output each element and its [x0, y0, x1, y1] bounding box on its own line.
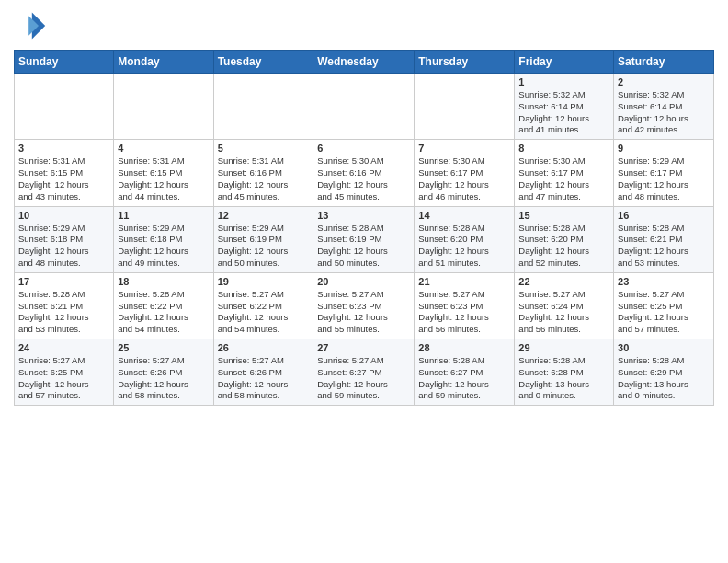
day-info: Sunrise: 5:28 AM Sunset: 6:22 PM Dayligh… [118, 289, 209, 336]
weekday-saturday: Saturday [614, 51, 714, 74]
day-number: 20 [317, 276, 410, 287]
day-number: 26 [218, 342, 310, 353]
day-info: Sunrise: 5:30 AM Sunset: 6:17 PM Dayligh… [518, 155, 609, 202]
day-cell: 20Sunrise: 5:27 AM Sunset: 6:23 PM Dayli… [313, 272, 415, 339]
day-info: Sunrise: 5:27 AM Sunset: 6:24 PM Dayligh… [518, 289, 609, 336]
day-number: 30 [618, 342, 710, 353]
day-info: Sunrise: 5:27 AM Sunset: 6:22 PM Dayligh… [218, 289, 310, 336]
day-cell: 30Sunrise: 5:28 AM Sunset: 6:29 PM Dayli… [614, 339, 714, 406]
logo-icon [14, 9, 47, 42]
day-cell: 12Sunrise: 5:29 AM Sunset: 6:19 PM Dayli… [213, 206, 313, 272]
day-cell: 13Sunrise: 5:28 AM Sunset: 6:19 PM Dayli… [313, 206, 415, 272]
day-cell: 18Sunrise: 5:28 AM Sunset: 6:22 PM Dayli… [114, 272, 213, 339]
page: SundayMondayTuesdayWednesdayThursdayFrid… [0, 0, 728, 563]
day-number: 29 [518, 342, 609, 353]
logo [14, 9, 51, 42]
day-cell: 6Sunrise: 5:30 AM Sunset: 6:16 PM Daylig… [313, 140, 415, 206]
day-number: 13 [317, 210, 410, 221]
day-number: 17 [18, 276, 109, 287]
day-number: 25 [118, 342, 209, 353]
day-info: Sunrise: 5:29 AM Sunset: 6:19 PM Dayligh… [218, 223, 310, 270]
weekday-friday: Friday [515, 51, 614, 74]
day-info: Sunrise: 5:27 AM Sunset: 6:27 PM Dayligh… [317, 355, 410, 402]
day-info: Sunrise: 5:31 AM Sunset: 6:15 PM Dayligh… [118, 155, 209, 202]
day-number: 12 [218, 210, 310, 221]
day-number: 11 [118, 210, 209, 221]
day-cell: 25Sunrise: 5:27 AM Sunset: 6:26 PM Dayli… [114, 339, 213, 406]
day-info: Sunrise: 5:31 AM Sunset: 6:15 PM Dayligh… [18, 155, 109, 202]
day-info: Sunrise: 5:32 AM Sunset: 6:14 PM Dayligh… [618, 89, 710, 136]
day-number: 5 [218, 143, 310, 154]
day-info: Sunrise: 5:28 AM Sunset: 6:20 PM Dayligh… [518, 223, 609, 270]
day-number: 14 [418, 210, 510, 221]
day-number: 4 [118, 143, 209, 154]
day-info: Sunrise: 5:27 AM Sunset: 6:23 PM Dayligh… [317, 289, 410, 336]
day-info: Sunrise: 5:27 AM Sunset: 6:23 PM Dayligh… [418, 289, 510, 336]
week-row-1: 1Sunrise: 5:32 AM Sunset: 6:14 PM Daylig… [15, 74, 714, 140]
day-cell: 7Sunrise: 5:30 AM Sunset: 6:17 PM Daylig… [415, 140, 515, 206]
day-cell [415, 74, 515, 140]
day-number: 23 [618, 276, 710, 287]
day-info: Sunrise: 5:30 AM Sunset: 6:16 PM Dayligh… [317, 155, 410, 202]
day-cell: 3Sunrise: 5:31 AM Sunset: 6:15 PM Daylig… [15, 140, 114, 206]
day-info: Sunrise: 5:29 AM Sunset: 6:18 PM Dayligh… [18, 223, 109, 270]
day-number: 18 [118, 276, 209, 287]
day-cell: 29Sunrise: 5:28 AM Sunset: 6:28 PM Dayli… [515, 339, 614, 406]
day-number: 1 [518, 76, 609, 87]
weekday-header-row: SundayMondayTuesdayWednesdayThursdayFrid… [15, 51, 714, 74]
weekday-thursday: Thursday [415, 51, 515, 74]
day-cell: 28Sunrise: 5:28 AM Sunset: 6:27 PM Dayli… [415, 339, 515, 406]
day-info: Sunrise: 5:30 AM Sunset: 6:17 PM Dayligh… [418, 155, 510, 202]
day-cell: 16Sunrise: 5:28 AM Sunset: 6:21 PM Dayli… [614, 206, 714, 272]
day-cell: 24Sunrise: 5:27 AM Sunset: 6:25 PM Dayli… [15, 339, 114, 406]
day-cell: 22Sunrise: 5:27 AM Sunset: 6:24 PM Dayli… [515, 272, 614, 339]
day-info: Sunrise: 5:29 AM Sunset: 6:18 PM Dayligh… [118, 223, 209, 270]
day-number: 16 [618, 210, 710, 221]
week-row-4: 17Sunrise: 5:28 AM Sunset: 6:21 PM Dayli… [15, 272, 714, 339]
day-cell: 11Sunrise: 5:29 AM Sunset: 6:18 PM Dayli… [114, 206, 213, 272]
day-info: Sunrise: 5:32 AM Sunset: 6:14 PM Dayligh… [518, 89, 609, 136]
day-number: 21 [418, 276, 510, 287]
weekday-tuesday: Tuesday [213, 51, 313, 74]
day-cell [114, 74, 213, 140]
day-cell [213, 74, 313, 140]
day-number: 22 [518, 276, 609, 287]
day-cell: 21Sunrise: 5:27 AM Sunset: 6:23 PM Dayli… [415, 272, 515, 339]
day-info: Sunrise: 5:27 AM Sunset: 6:26 PM Dayligh… [118, 355, 209, 402]
day-info: Sunrise: 5:28 AM Sunset: 6:21 PM Dayligh… [618, 223, 710, 270]
day-cell: 23Sunrise: 5:27 AM Sunset: 6:25 PM Dayli… [614, 272, 714, 339]
day-info: Sunrise: 5:27 AM Sunset: 6:25 PM Dayligh… [18, 355, 109, 402]
day-number: 28 [418, 342, 510, 353]
day-cell: 19Sunrise: 5:27 AM Sunset: 6:22 PM Dayli… [213, 272, 313, 339]
week-row-2: 3Sunrise: 5:31 AM Sunset: 6:15 PM Daylig… [15, 140, 714, 206]
day-cell: 1Sunrise: 5:32 AM Sunset: 6:14 PM Daylig… [515, 74, 614, 140]
day-cell [313, 74, 415, 140]
day-cell: 17Sunrise: 5:28 AM Sunset: 6:21 PM Dayli… [15, 272, 114, 339]
day-number: 19 [218, 276, 310, 287]
day-number: 6 [317, 143, 410, 154]
day-info: Sunrise: 5:28 AM Sunset: 6:27 PM Dayligh… [418, 355, 510, 402]
day-number: 3 [18, 143, 109, 154]
day-cell: 10Sunrise: 5:29 AM Sunset: 6:18 PM Dayli… [15, 206, 114, 272]
day-number: 2 [618, 76, 710, 87]
day-number: 7 [418, 143, 510, 154]
day-cell: 27Sunrise: 5:27 AM Sunset: 6:27 PM Dayli… [313, 339, 415, 406]
day-number: 15 [518, 210, 609, 221]
week-row-3: 10Sunrise: 5:29 AM Sunset: 6:18 PM Dayli… [15, 206, 714, 272]
day-info: Sunrise: 5:28 AM Sunset: 6:21 PM Dayligh… [18, 289, 109, 336]
day-cell: 2Sunrise: 5:32 AM Sunset: 6:14 PM Daylig… [614, 74, 714, 140]
header [14, 9, 714, 42]
week-row-5: 24Sunrise: 5:27 AM Sunset: 6:25 PM Dayli… [15, 339, 714, 406]
weekday-sunday: Sunday [15, 51, 114, 74]
day-cell: 5Sunrise: 5:31 AM Sunset: 6:16 PM Daylig… [213, 140, 313, 206]
day-cell: 8Sunrise: 5:30 AM Sunset: 6:17 PM Daylig… [515, 140, 614, 206]
day-cell: 26Sunrise: 5:27 AM Sunset: 6:26 PM Dayli… [213, 339, 313, 406]
day-cell: 15Sunrise: 5:28 AM Sunset: 6:20 PM Dayli… [515, 206, 614, 272]
day-cell: 4Sunrise: 5:31 AM Sunset: 6:15 PM Daylig… [114, 140, 213, 206]
day-info: Sunrise: 5:29 AM Sunset: 6:17 PM Dayligh… [618, 155, 710, 202]
day-number: 10 [18, 210, 109, 221]
day-number: 9 [618, 143, 710, 154]
day-number: 27 [317, 342, 410, 353]
day-info: Sunrise: 5:28 AM Sunset: 6:20 PM Dayligh… [418, 223, 510, 270]
day-cell [15, 74, 114, 140]
